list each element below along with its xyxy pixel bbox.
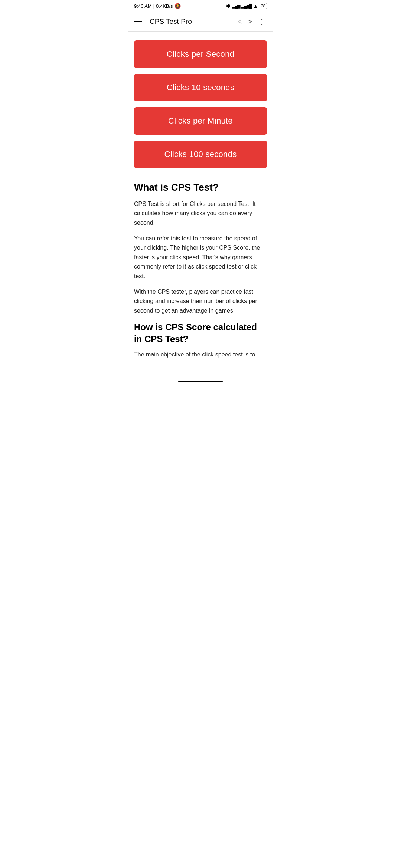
- button-group: Clicks per Second Clicks 10 seconds Clic…: [134, 40, 267, 168]
- clicks-per-second-button[interactable]: Clicks per Second: [134, 40, 267, 68]
- clicks-per-minute-button[interactable]: Clicks per Minute: [134, 107, 267, 135]
- signal2-icon: ▂▄▆█: [241, 4, 252, 9]
- bluetooth-icon: ✱: [226, 3, 231, 9]
- hamburger-menu[interactable]: [134, 19, 142, 24]
- signal-icon: ▂▄▆: [232, 4, 240, 9]
- what-is-cps-heading: What is CPS Test?: [134, 181, 267, 194]
- back-button[interactable]: <: [236, 16, 244, 27]
- clicks-10-seconds-button[interactable]: Clicks 10 seconds: [134, 74, 267, 101]
- clicks-100-seconds-button[interactable]: Clicks 100 seconds: [134, 141, 267, 168]
- status-network-speed: 0.4KB/s: [156, 3, 173, 9]
- status-left: 9:46 AM | 0.4KB/s 🔕: [134, 3, 181, 9]
- app-title: CPS Test Pro: [150, 17, 192, 26]
- hamburger-line-2: [134, 21, 142, 22]
- nav-right: < > ⋮: [236, 16, 267, 27]
- home-indicator: [128, 377, 273, 384]
- status-bar: 9:46 AM | 0.4KB/s 🔕 ✱ ▂▄▆ ▂▄▆█ ▲ 38: [128, 0, 273, 12]
- battery-icon: 38: [260, 3, 267, 9]
- nav-bar: CPS Test Pro < > ⋮: [128, 12, 273, 32]
- hamburger-line-1: [134, 19, 142, 19]
- cps-calculated-description: The main objective of the click speed te…: [134, 350, 267, 359]
- more-icon: ⋮: [258, 17, 265, 26]
- mute-icon: 🔕: [175, 3, 181, 9]
- cps-description-3: With the CPS tester, players can practic…: [134, 287, 267, 316]
- nav-left: CPS Test Pro: [134, 17, 192, 26]
- wifi-icon: ▲: [253, 3, 258, 9]
- status-right: ✱ ▂▄▆ ▂▄▆█ ▲ 38: [226, 3, 267, 9]
- info-section: What is CPS Test? CPS Test is short for …: [134, 174, 267, 371]
- main-content: Clicks per Second Clicks 10 seconds Clic…: [128, 32, 273, 377]
- how-cps-calculated-heading: How is CPS Score calculated in CPS Test?: [134, 321, 267, 344]
- cps-description-1: CPS Test is short for Clicks per second …: [134, 199, 267, 228]
- more-options-button[interactable]: ⋮: [257, 16, 267, 27]
- home-bar: [178, 381, 223, 382]
- hamburger-line-3: [134, 24, 142, 24]
- forward-button[interactable]: >: [246, 16, 254, 27]
- forward-icon: >: [248, 17, 252, 26]
- back-icon: <: [238, 17, 242, 26]
- battery-level: 38: [261, 4, 265, 8]
- cps-description-2: You can refer this test to measure the s…: [134, 234, 267, 281]
- status-time: 9:46 AM: [134, 3, 152, 9]
- status-network: |: [153, 3, 154, 9]
